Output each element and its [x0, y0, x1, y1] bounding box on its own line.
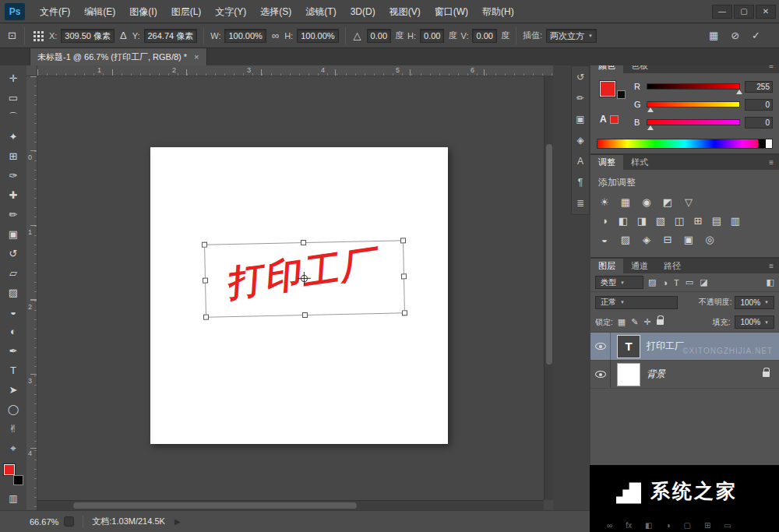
tab-styles[interactable]: 样式 [623, 155, 656, 170]
lasso-tool[interactable]: ⌒ [4, 110, 23, 125]
opacity-field[interactable]: 100% [735, 296, 774, 309]
foreground-color-swatch[interactable] [600, 81, 615, 97]
dodge-tool[interactable]: ◐ [4, 324, 23, 339]
menu-select[interactable]: 选择(S) [253, 0, 298, 23]
fill-field[interactable]: 100% [735, 315, 774, 329]
spectrum-black-swatch[interactable] [758, 139, 766, 148]
relative-position-icon[interactable]: Δ [118, 30, 129, 41]
zoom-level-field[interactable]: 66.67% [30, 517, 58, 527]
filter-adjustment-layers-icon[interactable]: ◑ [662, 278, 668, 287]
adjustment-color-balance-icon[interactable]: ◧ [617, 215, 629, 227]
menu-help[interactable]: 帮助(H) [475, 0, 521, 23]
eye-icon[interactable] [595, 371, 606, 378]
adjustment-gradient-map-icon[interactable]: ▨ [619, 234, 632, 245]
close-button[interactable]: ✕ [756, 5, 776, 19]
x-input[interactable]: 309.50 像素 [61, 29, 115, 43]
adjustment-icon[interactable]: ⊟ [661, 234, 674, 245]
menu-layer[interactable]: 图层(L) [164, 0, 209, 23]
crop-tool[interactable]: ⊞ [4, 149, 23, 164]
panel-menu-icon[interactable]: ≡ [769, 158, 779, 167]
transform-handle[interactable] [402, 310, 407, 315]
vertical-scrollbar[interactable] [544, 76, 553, 500]
red-value-field[interactable]: 255 [745, 81, 773, 93]
tab-adjustments[interactable]: 调整 [590, 155, 623, 170]
character-styles-panel-icon[interactable]: ≣ [573, 197, 587, 210]
adjustment-selective-color-icon[interactable]: ◈ [640, 234, 653, 245]
tab-close-icon[interactable]: × [194, 52, 199, 62]
green-value-field[interactable]: 0 [745, 99, 773, 111]
filter-shape-layers-icon[interactable]: ▭ [686, 277, 693, 287]
layer-visibility-cell[interactable] [590, 333, 611, 360]
blue-slider[interactable] [647, 119, 740, 125]
menu-view[interactable]: 视图(V) [382, 0, 428, 23]
tab-layers[interactable]: 图层 [590, 259, 623, 273]
menu-type[interactable]: 文字(Y) [208, 0, 253, 23]
background-layer-thumbnail[interactable] [617, 363, 640, 386]
paragraph-panel-icon[interactable]: ¶ [573, 176, 587, 188]
lock-image-pixels-icon[interactable]: ✎ [631, 317, 638, 327]
pen-tool[interactable]: ✒ [4, 344, 23, 358]
delete-layer-icon[interactable]: ▭ [724, 521, 731, 530]
menu-window[interactable]: 窗口(W) [428, 0, 475, 23]
filter-pixel-layers-icon[interactable]: ▨ [648, 277, 656, 287]
height-input[interactable]: 100.00% [297, 29, 338, 43]
new-layer-icon[interactable]: ⊞ [704, 521, 710, 530]
character-panel-icon[interactable]: A [573, 155, 587, 167]
interpolation-select[interactable]: 两次立方 [546, 29, 597, 43]
red-slider-handle[interactable] [736, 90, 742, 94]
rotation-input[interactable]: 0.00 [367, 29, 391, 43]
lock-transparent-pixels-icon[interactable]: ▦ [618, 317, 626, 327]
blue-slider-handle[interactable] [647, 125, 654, 130]
maximize-button[interactable]: ▢ [734, 5, 754, 19]
adjustment-icon[interactable]: ◎ [703, 234, 716, 245]
menu-3d[interactable]: 3D(D) [344, 0, 382, 23]
lock-position-icon[interactable]: ✛ [643, 317, 650, 327]
tab-paths[interactable]: 路径 [656, 259, 689, 273]
menu-edit[interactable]: 编辑(E) [77, 0, 122, 23]
layer-visibility-cell[interactable] [590, 361, 611, 388]
v-skew-input[interactable]: 0.00 [472, 29, 496, 43]
adjustment-hue-saturation-icon[interactable]: ◑ [598, 215, 611, 227]
vertical-scrollbar-thumb[interactable] [546, 144, 552, 365]
adjustment-brightness-contrast-icon[interactable]: ☀ [598, 196, 611, 208]
minimize-button[interactable]: — [712, 5, 732, 19]
type-tool[interactable]: T [4, 363, 23, 378]
tab-channels[interactable]: 通道 [623, 259, 656, 273]
horizontal-scrollbar[interactable] [37, 500, 544, 510]
y-input[interactable]: 264.74 像素 [144, 29, 198, 43]
green-slider-handle[interactable] [647, 107, 654, 112]
spectrum-white-swatch[interactable] [766, 139, 772, 148]
layer-style-icon[interactable]: fx [626, 521, 632, 530]
eyedropper-tool[interactable]: ✑ [4, 168, 23, 183]
horizontal-scrollbar-thumb[interactable] [73, 502, 357, 509]
transform-handle[interactable] [302, 312, 308, 318]
red-slider[interactable] [647, 83, 740, 90]
adjustment-threshold-icon[interactable]: ◒ [598, 234, 611, 245]
history-panel-icon[interactable]: ↺ [573, 71, 587, 83]
blue-value-field[interactable]: 0 [745, 117, 773, 129]
menu-image[interactable]: 图像(I) [122, 0, 164, 23]
new-adjustment-layer-icon[interactable]: ◑ [665, 521, 670, 530]
text-color-chip[interactable] [610, 115, 619, 124]
transform-handle[interactable] [301, 240, 306, 245]
background-color-swatch[interactable] [617, 90, 626, 99]
blend-mode-select[interactable]: 正常 [595, 296, 678, 309]
menu-filter[interactable]: 滤镜(T) [298, 0, 343, 23]
lock-all-icon[interactable] [657, 319, 664, 325]
move-tool[interactable]: ✛ [4, 71, 23, 86]
transform-handle[interactable] [203, 278, 208, 284]
eye-icon[interactable] [595, 343, 606, 350]
add-layer-mask-icon[interactable]: ◧ [645, 521, 652, 530]
transform-bounding-box[interactable]: 打印工厂 [204, 240, 405, 317]
warp-toggle-icon[interactable]: ▦ [707, 30, 720, 41]
adjustment-levels-icon[interactable]: ▦ [619, 196, 632, 208]
adjustment-black-white-icon[interactable]: ◨ [636, 215, 648, 227]
layer-filter-type-select[interactable]: 类型 [595, 276, 643, 289]
adjustment-channel-mixer-icon[interactable]: ◫ [673, 215, 686, 227]
transform-handle[interactable] [203, 315, 209, 320]
adjustment-exposure-icon[interactable]: ◩ [661, 196, 674, 208]
info-panel-icon[interactable]: ◈ [573, 134, 587, 146]
adjustment-photo-filter-icon[interactable]: ▧ [654, 215, 667, 227]
eraser-tool[interactable]: ▱ [4, 266, 23, 280]
hand-tool[interactable]: ✌ [4, 421, 23, 436]
